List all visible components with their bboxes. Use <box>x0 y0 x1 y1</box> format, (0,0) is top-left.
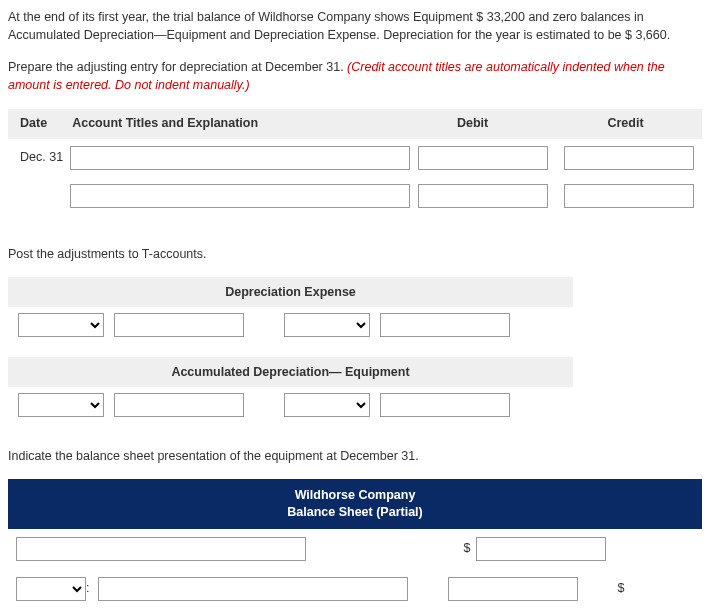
t-account-1-body <box>8 313 573 337</box>
header-account-titles: Account Titles and Explanation <box>72 114 396 132</box>
balance-sheet-title: Balance Sheet (Partial) <box>8 504 702 521</box>
header-debit: Debit <box>396 114 549 132</box>
t1-left-amount-input[interactable] <box>114 313 244 337</box>
intro-paragraph-2: Prepare the adjusting entry for deprecia… <box>8 58 702 94</box>
dollar-sign-1: $ <box>458 539 476 557</box>
t2-left-date-select[interactable] <box>18 393 104 417</box>
balance-sheet-row-2: : $ <box>8 569 702 609</box>
debit-input-1[interactable] <box>418 146 548 170</box>
t-account-2-body <box>8 393 573 417</box>
journal-row-2 <box>8 177 702 215</box>
t1-right-date-select[interactable] <box>284 313 370 337</box>
t-account-1-title: Depreciation Expense <box>8 277 573 307</box>
journal-header-row: Date Account Titles and Explanation Debi… <box>8 109 702 139</box>
bs-amount-input-2[interactable] <box>448 577 578 601</box>
post-adjustments-text: Post the adjustments to T-accounts. <box>8 245 702 263</box>
dollar-sign-2: $ <box>612 579 630 597</box>
balance-sheet-row-1: $ <box>8 529 702 569</box>
balance-sheet-company: Wildhorse Company <box>8 487 702 504</box>
header-date: Date <box>8 114 72 132</box>
colon-label: : <box>86 579 94 597</box>
credit-input-2[interactable] <box>564 184 694 208</box>
t1-left-date-select[interactable] <box>18 313 104 337</box>
t2-right-amount-input[interactable] <box>380 393 510 417</box>
t2-right-date-select[interactable] <box>284 393 370 417</box>
date-label: Dec. 31 <box>8 148 70 166</box>
t-account-2-title: Accumulated Depreciation— Equipment <box>8 357 573 387</box>
intro-paragraph-1: At the end of its first year, the trial … <box>8 8 702 44</box>
account-title-input-1[interactable] <box>70 146 410 170</box>
bs-row2-select[interactable] <box>16 577 86 601</box>
bs-amount-input-1[interactable] <box>476 537 606 561</box>
journal-row-1: Dec. 31 <box>8 139 702 177</box>
bs-label-input-1[interactable] <box>16 537 306 561</box>
t-account-1: Depreciation Expense <box>8 277 573 337</box>
account-title-input-2[interactable] <box>70 184 410 208</box>
t2-left-amount-input[interactable] <box>114 393 244 417</box>
t-account-2: Accumulated Depreciation— Equipment <box>8 357 573 417</box>
t1-right-amount-input[interactable] <box>380 313 510 337</box>
intro-p2-plain: Prepare the adjusting entry for deprecia… <box>8 60 347 74</box>
header-credit: Credit <box>549 114 702 132</box>
debit-input-2[interactable] <box>418 184 548 208</box>
credit-input-1[interactable] <box>564 146 694 170</box>
bs-label-input-2[interactable] <box>98 577 408 601</box>
balance-sheet-intro: Indicate the balance sheet presentation … <box>8 447 702 465</box>
balance-sheet-header: Wildhorse Company Balance Sheet (Partial… <box>8 479 702 529</box>
